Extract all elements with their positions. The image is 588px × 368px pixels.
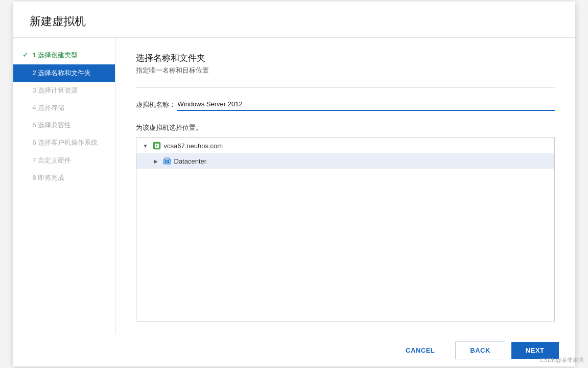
svg-rect-5 [165,160,166,162]
tree-toggle-root[interactable] [142,142,150,150]
main-content: 选择名称和文件夹 指定唯一名称和目标位置 虚拟机名称： 为该虚拟机选择位置。 [115,38,575,334]
vm-name-row: 虚拟机名称： [136,98,555,111]
sidebar-label-step5: 5 选择兼容性 [33,121,72,130]
sidebar-label-step2: 2 选择名称和文件夹 [33,68,91,78]
vcenter-icon [152,141,161,150]
sidebar: ✓ 1 选择创建类型 2 选择名称和文件夹 3 选择计算资源 4 选择存储 5 [13,38,115,334]
vm-name-input[interactable] [177,98,555,111]
watermark: CSDN@某非家境 [540,356,584,364]
check-icon-step1: ✓ [21,50,30,60]
sidebar-item-step7: 7 自定义硬件 [13,152,115,169]
location-label: 为该虚拟机选择位置。 [136,123,555,132]
sidebar-item-step6: 6 选择客户机操作系统 [13,134,115,151]
sidebar-item-step8: 8 即将完成 [13,169,115,187]
sidebar-label-step6: 6 选择客户机操作系统 [33,138,98,147]
vm-name-label: 虚拟机名称： [136,100,177,109]
divider [136,87,555,88]
svg-rect-7 [168,160,169,162]
tree-label-datacenter: Datacenter [174,157,207,165]
sidebar-label-step1: 1 选择创建类型 [33,51,78,60]
location-tree[interactable]: vcsa67.neuhos.com [136,137,555,321]
back-button[interactable]: BACK [455,341,505,359]
sidebar-item-step3: 3 选择计算资源 [13,82,115,99]
section-subtitle: 指定唯一名称和目标位置 [136,66,555,75]
svg-rect-10 [168,162,169,163]
sidebar-item-step1[interactable]: ✓ 1 选择创建类型 [13,46,115,64]
tree-node-datacenter[interactable]: Datacenter [136,153,554,169]
svg-rect-4 [164,158,170,160]
sidebar-item-step2[interactable]: 2 选择名称和文件夹 [13,64,115,82]
dialog-footer: CANCEL BACK NEXT [13,334,575,366]
sidebar-label-step7: 7 自定义硬件 [33,156,72,165]
svg-rect-6 [167,160,168,162]
sidebar-label-step3: 3 选择计算资源 [33,86,78,95]
dialog-title: 新建虚拟机 [13,2,575,38]
sidebar-label-step8: 8 即将完成 [33,173,65,182]
cancel-button[interactable]: CANCEL [391,342,449,359]
sidebar-item-step4: 4 选择存储 [13,99,115,117]
tree-label-root: vcsa67.neuhos.com [164,142,223,150]
sidebar-label-step4: 4 选择存储 [33,103,65,112]
svg-rect-8 [165,162,166,163]
dialog-body: ✓ 1 选择创建类型 2 选择名称和文件夹 3 选择计算资源 4 选择存储 5 [13,38,575,334]
section-title: 选择名称和文件夹 [136,52,555,64]
sidebar-item-step5: 5 选择兼容性 [13,117,115,134]
tree-toggle-datacenter[interactable] [152,157,160,165]
datacenter-icon [162,156,172,166]
tree-node-root[interactable]: vcsa67.neuhos.com [136,138,554,153]
new-vm-dialog: 新建虚拟机 ✓ 1 选择创建类型 2 选择名称和文件夹 3 选择计算资源 4 选… [13,2,575,366]
svg-rect-9 [167,162,168,163]
